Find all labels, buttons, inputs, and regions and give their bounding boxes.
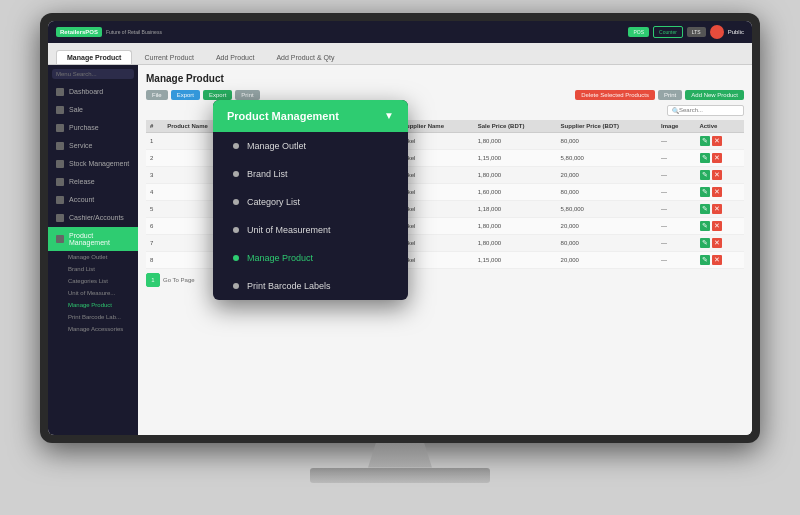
page-btn-1[interactable]: 1	[146, 273, 160, 287]
product-management-dropdown: Product Management ▼ Manage Outlet Brand…	[213, 100, 408, 300]
dropdown-chevron-icon: ▼	[384, 110, 394, 121]
page-title: Manage Product	[146, 73, 744, 84]
logo-area: RetailersPOS Future of Retail Business	[56, 27, 162, 37]
avatar-label: Public	[728, 29, 744, 35]
sidebar-item-account[interactable]: Account	[48, 191, 138, 209]
monitor-base	[310, 468, 490, 483]
dropdown-item-manage-product[interactable]: Manage Product	[213, 244, 408, 272]
content-area: Manage Product File Export Export Print …	[138, 65, 752, 435]
export-button-2[interactable]: Export	[203, 90, 232, 100]
sidebar-sub-accessories[interactable]: Manage Accessories	[48, 323, 138, 335]
lts-button[interactable]: LTS	[687, 27, 706, 37]
dropdown-title: Product Management	[227, 110, 339, 122]
delete-icon[interactable]: ✕	[712, 238, 722, 248]
edit-icon[interactable]: ✎	[700, 187, 710, 197]
sidebar-sub-manage-product[interactable]: Manage Product	[48, 299, 138, 311]
print-filter-button[interactable]: Print	[235, 90, 259, 100]
sidebar-item-service[interactable]: Service	[48, 137, 138, 155]
sidebar-label-product-mgmt: Product Management	[69, 232, 130, 246]
sidebar-item-purchase[interactable]: Purchase	[48, 119, 138, 137]
edit-icon[interactable]: ✎	[700, 238, 710, 248]
release-icon	[56, 178, 64, 186]
active-cell: ✎✕	[695, 149, 744, 166]
delete-icon[interactable]: ✕	[712, 187, 722, 197]
edit-icon[interactable]: ✎	[700, 255, 710, 265]
avatar[interactable]	[710, 25, 724, 39]
bullet-icon-5	[233, 283, 239, 289]
active-cell: ✎✕	[695, 132, 744, 149]
bullet-icon-2	[233, 199, 239, 205]
top-right-buttons: POS Counter LTS Public	[628, 25, 744, 39]
sidebar-sub-brand-list[interactable]: Brand List	[48, 263, 138, 275]
export-button-1[interactable]: Export	[171, 90, 200, 100]
col-image: Image	[657, 120, 695, 133]
sidebar-sub-manage-outlet[interactable]: Manage Outlet	[48, 251, 138, 263]
tab-add-product[interactable]: Add Product	[206, 51, 265, 64]
sidebar: Dashboard Sale Purchase Service	[48, 65, 138, 435]
delete-icon[interactable]: ✕	[712, 204, 722, 214]
dropdown-label-manage-outlet: Manage Outlet	[247, 141, 306, 151]
account-icon	[56, 196, 64, 204]
dropdown-header: Product Management ▼	[213, 100, 408, 132]
logo: RetailersPOS	[56, 27, 102, 37]
dropdown-item-brand-list[interactable]: Brand List	[213, 160, 408, 188]
monitor-bezel: RetailersPOS Future of Retail Business P…	[40, 13, 760, 443]
sidebar-sub-unit[interactable]: Unit of Measure...	[48, 287, 138, 299]
sidebar-item-product-management[interactable]: Product Management	[48, 227, 138, 251]
tab-manage-product[interactable]: Manage Product	[56, 50, 132, 64]
sidebar-item-dashboard[interactable]: Dashboard	[48, 83, 138, 101]
delete-icon[interactable]: ✕	[712, 170, 722, 180]
search-icon: 🔍	[672, 107, 679, 114]
dropdown-label-manage-product: Manage Product	[247, 253, 313, 263]
delete-icon[interactable]: ✕	[712, 136, 722, 146]
sidebar-item-stock[interactable]: Stock Management	[48, 155, 138, 173]
tab-add-product-qty[interactable]: Add Product & Qty	[266, 51, 344, 64]
active-cell: ✎✕	[695, 234, 744, 251]
sidebar-item-cashier[interactable]: Cashier/Accounts	[48, 209, 138, 227]
sidebar-sub-categories[interactable]: Categories List	[48, 275, 138, 287]
sidebar-item-release[interactable]: Release	[48, 173, 138, 191]
delete-icon[interactable]: ✕	[712, 255, 722, 265]
filter-buttons: File Export Export Print	[146, 90, 260, 100]
dropdown-item-manage-outlet[interactable]: Manage Outlet	[213, 132, 408, 160]
main-content: Dashboard Sale Purchase Service	[48, 65, 752, 435]
dropdown-label-brand-list: Brand List	[247, 169, 288, 179]
sidebar-label-purchase: Purchase	[69, 124, 99, 131]
file-button[interactable]: File	[146, 90, 168, 100]
sidebar-sub-barcode[interactable]: Print Barcode Lab...	[48, 311, 138, 323]
edit-icon[interactable]: ✎	[700, 170, 710, 180]
sidebar-label-sale: Sale	[69, 106, 83, 113]
print-button[interactable]: Print	[658, 90, 682, 100]
active-cell: ✎✕	[695, 217, 744, 234]
dropdown-item-unit-of-measurement[interactable]: Unit of Measurement	[213, 216, 408, 244]
monitor: RetailersPOS Future of Retail Business P…	[40, 13, 760, 503]
sidebar-item-sale[interactable]: Sale	[48, 101, 138, 119]
edit-icon[interactable]: ✎	[700, 136, 710, 146]
dropdown-label-category-list: Category List	[247, 197, 300, 207]
counter-button[interactable]: Counter	[653, 26, 683, 38]
pos-button[interactable]: POS	[628, 27, 649, 37]
product-management-icon	[56, 235, 64, 243]
col-sale-price: Sale Price (BDT)	[474, 120, 557, 133]
sidebar-label-release: Release	[69, 178, 95, 185]
bullet-icon-4	[233, 255, 239, 261]
search-input[interactable]	[679, 107, 739, 113]
sidebar-search-area	[48, 65, 138, 83]
delete-icon[interactable]: ✕	[712, 153, 722, 163]
active-cell: ✎✕	[695, 166, 744, 183]
sidebar-search-input[interactable]	[52, 69, 134, 79]
dropdown-item-print-barcode[interactable]: Print Barcode Labels	[213, 272, 408, 300]
dropdown-item-category-list[interactable]: Category List	[213, 188, 408, 216]
sidebar-label-stock: Stock Management	[69, 160, 129, 167]
sidebar-label-dashboard: Dashboard	[69, 88, 103, 95]
edit-icon[interactable]: ✎	[700, 153, 710, 163]
edit-icon[interactable]: ✎	[700, 204, 710, 214]
delete-selected-button[interactable]: Delete Selected Products	[575, 90, 655, 100]
edit-icon[interactable]: ✎	[700, 221, 710, 231]
active-cell: ✎✕	[695, 183, 744, 200]
add-new-product-button[interactable]: Add New Product	[685, 90, 744, 100]
dropdown-label-unit: Unit of Measurement	[247, 225, 331, 235]
tab-current-product[interactable]: Current Product	[134, 51, 203, 64]
active-cell: ✎✕	[695, 200, 744, 217]
delete-icon[interactable]: ✕	[712, 221, 722, 231]
